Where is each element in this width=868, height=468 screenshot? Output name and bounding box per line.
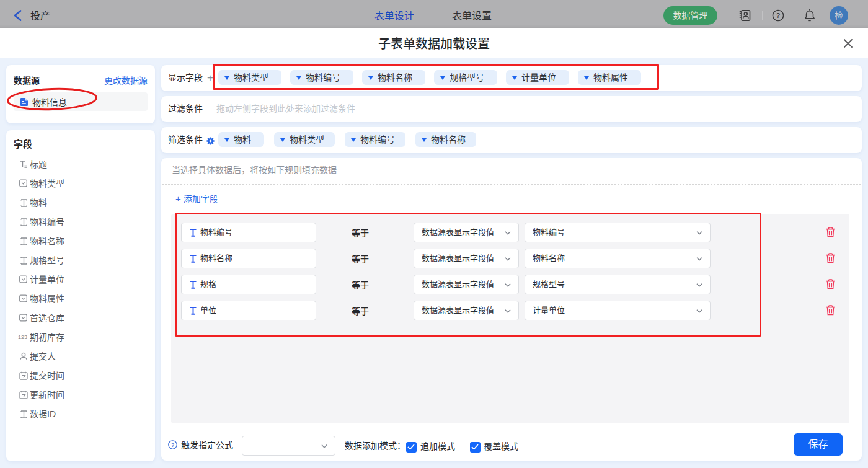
svg-text:?: ? [776,12,780,19]
svg-text:?: ? [171,442,174,448]
